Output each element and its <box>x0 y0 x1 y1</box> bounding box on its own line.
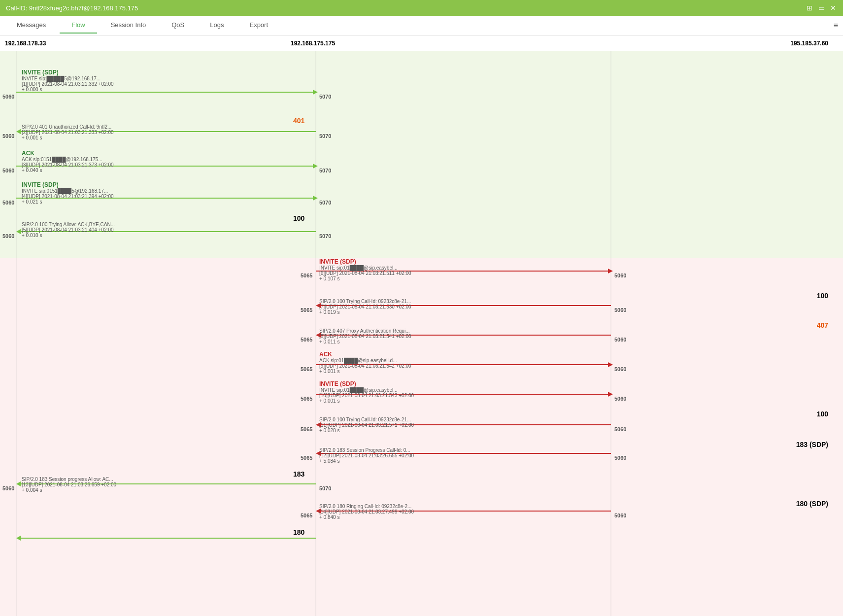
msg-8-label[interactable]: SIP/2.0 407 Proxy Authentication Requi..… <box>319 328 411 344</box>
tab-flow[interactable]: Flow <box>60 17 97 34</box>
msg-5-port-from: 5070 <box>319 233 331 239</box>
flow-diagram-container[interactable]: 192.168.178.33 192.168.175.175 195.185.3… <box>0 35 843 616</box>
msg-9-label[interactable]: ACK ACK sip:01████@sip.easybell.d... [9]… <box>319 351 411 374</box>
msg-9-port-to: 5060 <box>614 366 626 372</box>
msg-11-port-to: 5065 <box>301 426 312 432</box>
tab-session-info[interactable]: Session Info <box>99 17 158 34</box>
msg-1-port-to: 5070 <box>319 94 331 100</box>
tab-logs[interactable]: Logs <box>198 17 236 34</box>
close-icon[interactable]: ✕ <box>829 4 837 12</box>
msg-2-port-to: 5060 <box>2 133 14 139</box>
msg-14-port-to: 5065 <box>301 513 312 518</box>
msg-11-port-from: 5060 <box>614 426 626 432</box>
msg-7-number: 100 <box>817 292 828 300</box>
msg-8-port-to: 5065 <box>301 337 312 342</box>
msg-7-port-from: 5060 <box>614 307 626 313</box>
tab-menu-icon[interactable]: ≡ <box>834 21 838 30</box>
msg-9-port-from: 5065 <box>301 366 312 372</box>
msg-12-label[interactable]: SIP/2.0 183 Session Progress Call-Id: 0.… <box>319 447 414 464</box>
title-bar: Call-ID: 9ntf28xfueg2c.bh7f@192.168.175.… <box>0 0 843 16</box>
msg-4-label[interactable]: INVITE (SDP) INVITE sip:0151████5@192.16… <box>22 181 114 205</box>
msg-14-port-from: 5060 <box>614 513 626 518</box>
msg-10-label[interactable]: INVITE (SDP) INVITE sip:01████@sip.easyb… <box>319 380 414 404</box>
call-id-label: Call-ID: 9ntf28xfueg2c.bh7f@192.168.175.… <box>6 4 138 12</box>
msg-15-number: 180 <box>293 528 304 536</box>
tab-messages[interactable]: Messages <box>5 17 58 34</box>
msg-1-label[interactable]: INVITE (SDP) INVITE sip:█████5@192.168.1… <box>22 69 114 92</box>
section-green <box>0 51 843 258</box>
msg-7-label[interactable]: SIP/2.0 100 Trying Call-Id: 09232c8e-21.… <box>319 299 411 315</box>
msg-8-number: 407 <box>817 321 828 329</box>
msg-13-port-from: 5070 <box>319 485 331 491</box>
msg-10-port-from: 5065 <box>301 396 312 402</box>
column-headers: 192.168.178.33 192.168.175.175 195.185.3… <box>0 35 843 51</box>
msg-6-port-to: 5060 <box>614 273 626 278</box>
grid-icon[interactable]: ⊞ <box>806 4 813 12</box>
msg-14-label[interactable]: SIP/2.0 180 Ringing Call-Id: 09232c8e-2.… <box>319 504 414 520</box>
col-header-3: 195.185.37.60 <box>790 40 828 47</box>
msg-2-number: 401 <box>293 117 304 125</box>
window-icon[interactable]: ▭ <box>817 4 825 12</box>
msg-13-number: 183 <box>293 470 304 478</box>
msg-4-port-to: 5070 <box>319 200 331 205</box>
msg-4-port-from: 5060 <box>2 200 14 205</box>
msg-5-label[interactable]: SIP/2.0 100 Trying Allow: ACK,BYE,CAN...… <box>22 222 115 238</box>
msg-12-number: 183 (SDP) <box>796 441 828 448</box>
msg-6-port-from: 5065 <box>301 273 312 278</box>
msg-8-port-from: 5060 <box>614 337 626 342</box>
msg-13-label[interactable]: SIP/2.0 183 Session progress Allow: AC..… <box>22 477 116 493</box>
col-header-1: 192.168.178.33 <box>5 40 46 47</box>
msg-12-port-to: 5065 <box>301 455 312 461</box>
section-pink <box>0 258 843 616</box>
msg-7-port-to: 5065 <box>301 307 312 313</box>
msg-11-label[interactable]: SIP/2.0 100 Trying Call-Id: 09232c8e-21.… <box>319 417 414 433</box>
msg-14-number: 180 (SDP) <box>796 500 828 508</box>
flow-diagram-inner: 192.168.178.33 192.168.175.175 195.185.3… <box>0 35 843 616</box>
tab-export[interactable]: Export <box>237 17 280 34</box>
msg-3-label[interactable]: ACK ACK sip:0151████@192.168.175... [3][… <box>22 150 114 173</box>
msg-12-port-from: 5060 <box>614 455 626 461</box>
tab-bar: Messages Flow Session Info QoS Logs Expo… <box>0 16 843 35</box>
msg-13-port-to: 5060 <box>2 485 14 491</box>
col-header-2: 192.168.175.175 <box>291 40 335 47</box>
msg-11-number: 100 <box>817 410 828 418</box>
msg-3-port-to: 5070 <box>319 168 331 173</box>
msg-5-number: 100 <box>293 214 304 222</box>
msg-3-port-from: 5060 <box>2 168 14 173</box>
msg-1-port-from: 5060 <box>2 94 14 100</box>
msg-2-label[interactable]: SIP/2.0 401 Unauthorized Call-Id: 9ntf2.… <box>22 124 114 140</box>
msg-6-label[interactable]: INVITE (SDP) INVITE sip:01████@sip.easyb… <box>319 258 411 281</box>
msg-10-port-to: 5060 <box>614 396 626 402</box>
msg-5-port-to: 5060 <box>2 233 14 239</box>
tab-qos[interactable]: QoS <box>160 17 196 34</box>
msg-2-port-from: 5070 <box>319 133 331 139</box>
